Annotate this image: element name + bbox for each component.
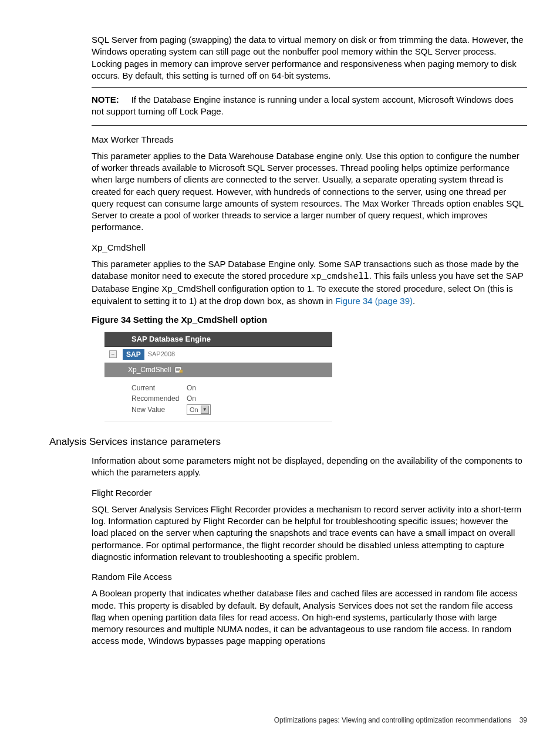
- random-file-heading: Random File Access: [92, 571, 527, 583]
- param-current-label: Current: [131, 383, 187, 393]
- param-row-recommended: Recommended On: [131, 394, 332, 403]
- analysis-heading: Analysis Services instance parameters: [49, 436, 527, 449]
- figure-caption: Figure 34 Setting the Xp_CmdShell option: [92, 314, 527, 326]
- note-label: NOTE:: [92, 94, 119, 104]
- param-newvalue-label: New Value: [131, 405, 187, 414]
- param-row-current: Current On: [131, 383, 332, 393]
- xp-mono-term: xp_cmdshell: [311, 272, 369, 282]
- max-worker-paragraph: This parameter applies to the Data Wareh…: [92, 150, 527, 234]
- xp-row-label: Xp_CmdShell: [128, 365, 171, 374]
- flight-recorder-heading: Flight Recorder: [92, 487, 527, 499]
- intro-paragraph: SQL Server from paging (swapping) the da…: [92, 34, 527, 82]
- param-current-value: On: [187, 383, 196, 393]
- notes-icon[interactable]: [174, 366, 183, 373]
- sap-instance-row[interactable]: − SAP SAP2008: [104, 347, 332, 363]
- note-rule-top: [92, 87, 527, 88]
- xp-cmdshell-paragraph: This parameter applies to the SAP Databa…: [92, 258, 527, 307]
- figure-header: SAP Database Engine: [104, 332, 332, 347]
- page-footer: Optimizations pages: Viewing and control…: [274, 715, 527, 725]
- footer-page-number: 39: [519, 716, 527, 724]
- param-recommended-value: On: [187, 394, 196, 403]
- flight-recorder-paragraph: SQL Server Analysis Services Flight Reco…: [92, 504, 527, 563]
- note-rule-bottom: [92, 125, 527, 126]
- svg-rect-4: [180, 370, 183, 373]
- footer-text: Optimizations pages: Viewing and control…: [274, 716, 512, 724]
- param-recommended-label: Recommended: [131, 394, 187, 403]
- chevron-down-icon[interactable]: ▼: [201, 406, 209, 414]
- note-text: If the Database Engine instance is runni…: [92, 94, 514, 116]
- figure-34: SAP Database Engine − SAP SAP2008 Xp_Cmd…: [104, 332, 332, 421]
- xp-cmdshell-row[interactable]: Xp_CmdShell: [104, 363, 332, 377]
- sap-logo: SAP: [123, 349, 144, 360]
- newvalue-select[interactable]: On ▼: [187, 404, 211, 415]
- xp-para-end: .: [413, 296, 415, 306]
- param-row-newvalue: New Value On ▼: [131, 404, 332, 415]
- figure-link[interactable]: Figure 34 (page 39): [335, 296, 413, 306]
- analysis-paragraph: Information about some parameters might …: [92, 455, 527, 479]
- max-worker-heading: Max Worker Threads: [92, 134, 527, 146]
- note-box: NOTE: If the Database Engine instance is…: [92, 87, 527, 126]
- random-file-paragraph: A Boolean property that indicates whethe…: [92, 588, 527, 647]
- sap-instance-name: SAP2008: [148, 350, 175, 359]
- xp-cmdshell-heading: Xp_CmdShell: [92, 242, 527, 254]
- param-block: Current On Recommended On New Value On ▼: [104, 377, 332, 421]
- select-value: On: [190, 406, 198, 414]
- collapse-icon[interactable]: −: [109, 350, 117, 358]
